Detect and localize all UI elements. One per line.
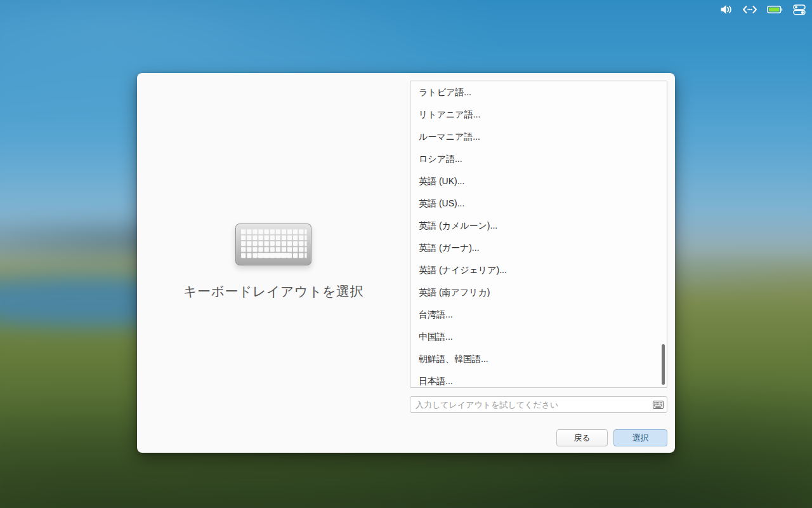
layout-list-item[interactable]: 英語 (ガーナ)... [410,237,667,259]
keyboard-small-icon[interactable] [653,400,664,411]
layout-list-item[interactable]: 英語 (ナイジェリア)... [410,259,667,281]
layout-list-item[interactable]: ラトビア語... [410,81,667,104]
battery-icon[interactable] [767,0,783,19]
layout-label: ロシア語... [419,154,462,165]
layout-list-item[interactable]: 英語 (US)... [410,192,667,215]
volume-icon[interactable] [720,0,733,19]
layout-label: 英語 (カメルーン)... [419,220,497,232]
keyboard-illustration-icon [235,224,311,265]
list-scrollbar[interactable] [662,344,665,385]
layout-preview-input[interactable] [410,396,667,413]
layout-list-item[interactable]: ルーマニア語... [410,126,667,148]
layout-list-item[interactable]: 英語 (南アフリカ) [410,281,667,304]
keyboard-layout-dialog: キーボードレイアウトを選択 ラトビア語... リトアニア語... ルーマニア語.… [137,73,675,453]
layout-label: 英語 (南アフリカ) [419,287,490,298]
back-button[interactable]: 戻る [556,429,608,446]
layout-list-item[interactable]: 中国語... [410,326,667,348]
layout-list-item[interactable]: 英語 (UK)... [410,170,667,192]
layout-label: リトアニア語... [419,109,480,121]
layout-label: 朝鮮語、韓国語... [419,354,488,365]
desktop: キーボードレイアウトを選択 ラトビア語... リトアニア語... ルーマニア語.… [0,0,812,508]
select-button[interactable]: 選択 [613,429,667,446]
layout-list-item[interactable]: 朝鮮語、韓国語... [410,348,667,370]
layout-label: ラトビア語... [419,87,471,98]
layout-label: 日本語... [419,376,453,387]
dialog-button-row: 戻る 選択 [556,429,667,446]
layout-label: 英語 (ナイジェリア)... [419,265,507,276]
toggles-icon[interactable] [793,0,806,19]
layout-list-item[interactable]: 台湾語... [410,304,667,326]
dialog-right-pane: ラトビア語... リトアニア語... ルーマニア語... ロシア語... [410,81,667,453]
layout-list-item[interactable]: 日本語... [410,370,667,388]
network-icon[interactable] [742,0,757,19]
dialog-left-pane: キーボードレイアウトを選択 [137,73,410,453]
layout-list-item[interactable]: ロシア語... [410,148,667,170]
layout-list-item[interactable]: リトアニア語... [410,104,667,126]
layout-preview-wrap [410,396,667,413]
layout-label: 英語 (ガーナ)... [419,243,480,254]
page-title: キーボードレイアウトを選択 [137,283,410,300]
keyboard-layout-list[interactable]: ラトビア語... リトアニア語... ルーマニア語... ロシア語... [410,81,667,388]
layout-label: 英語 (UK)... [419,176,464,187]
layout-label: 台湾語... [419,309,453,321]
layout-label: 中国語... [419,331,453,343]
top-bar [0,0,812,19]
layout-label: ルーマニア語... [419,131,480,143]
layout-label: 英語 (US)... [419,198,464,210]
layout-list-item[interactable]: 英語 (カメルーン)... [410,215,667,237]
